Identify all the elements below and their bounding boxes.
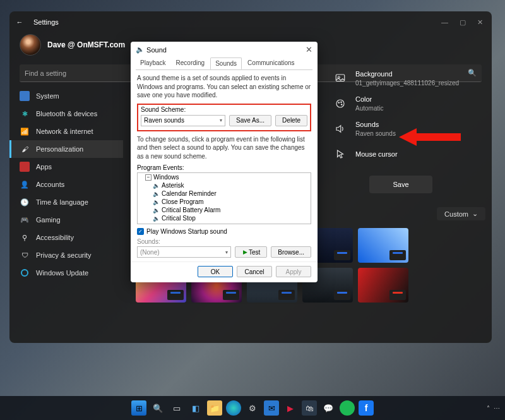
back-icon[interactable]: ←: [15, 18, 25, 26]
sidebar-item-apps[interactable]: Apps: [9, 158, 123, 176]
startup-sound-checkbox[interactable]: ✓Play Windows Startup sound: [137, 228, 311, 235]
apply-button[interactable]: Apply: [276, 266, 311, 277]
update-icon: [20, 268, 30, 278]
gaming-icon: 🎮: [20, 215, 30, 225]
test-button[interactable]: ▶Test: [235, 246, 267, 258]
widgets-icon[interactable]: ◧: [188, 400, 203, 416]
theme-card[interactable]: [358, 268, 408, 303]
events-list[interactable]: −Windows 🔈Asterisk 🔈Calendar Reminder 🔈C…: [137, 172, 311, 224]
explorer-icon[interactable]: 📁: [207, 400, 222, 416]
save-button[interactable]: Save: [369, 176, 432, 193]
brush-icon: 🖌: [20, 144, 30, 154]
clock-icon: 🕒: [20, 197, 30, 207]
sidebar-item-personalization[interactable]: 🖌Personalization: [9, 140, 123, 158]
scheme-section: Sound Scheme: Raven sounds▾ Save As... D…: [137, 104, 311, 131]
sidebar-item-bluetooth[interactable]: ✱Bluetooth & devices: [9, 105, 123, 123]
play-icon: ▶: [243, 249, 247, 255]
ok-button[interactable]: OK: [198, 266, 233, 277]
browse-button[interactable]: Browse...: [271, 246, 311, 258]
chat-icon[interactable]: 💬: [321, 400, 336, 416]
close-button[interactable]: ✕: [477, 18, 483, 27]
dialog-tabs: Playback Recording Sounds Communications: [131, 57, 318, 69]
scheme-label: Sound Scheme:: [141, 106, 307, 113]
tab-playback[interactable]: Playback: [136, 57, 170, 69]
store-icon[interactable]: 🛍: [302, 400, 317, 416]
scheme-combo[interactable]: Raven sounds▾: [141, 115, 225, 126]
chevron-down-icon: ▾: [225, 249, 228, 255]
sounds-combo[interactable]: (None)▾: [137, 246, 231, 258]
theme-corner: [389, 290, 406, 300]
svg-point-5: [342, 104, 343, 105]
speaker-icon: [331, 120, 349, 138]
wifi-icon: 📶: [20, 126, 30, 136]
accessibility-icon: ⚲: [20, 232, 30, 243]
bluetooth-icon: ✱: [20, 109, 30, 119]
sidebar: System ✱Bluetooth & devices 📶Network & i…: [9, 87, 123, 282]
theme-corner: [334, 290, 350, 300]
cancel-button[interactable]: Cancel: [237, 266, 272, 277]
opt-background[interactable]: Background01_gettyimages_488111026_resiz…: [331, 66, 485, 91]
settings-taskbar-icon[interactable]: ⚙: [245, 400, 260, 416]
sidebar-item-time[interactable]: 🕒Time & language: [9, 193, 123, 211]
play-taskbar-icon[interactable]: ▶: [283, 400, 298, 416]
palette-icon: [331, 95, 349, 112]
sidebar-item-system[interactable]: System: [9, 87, 123, 105]
sidebar-item-accessibility[interactable]: ⚲Accessibility: [9, 229, 123, 246]
dialog-title: Sound: [146, 46, 167, 54]
theme-corner: [389, 250, 406, 260]
events-label: Program Events:: [137, 164, 311, 171]
shield-icon: 🛡: [20, 250, 30, 260]
apps-icon: [20, 162, 30, 172]
save-as-button[interactable]: Save As...: [229, 115, 271, 126]
facebook-icon[interactable]: f: [359, 400, 374, 416]
system-icon: [20, 91, 30, 101]
chevron-up-icon[interactable]: ˄: [487, 405, 490, 412]
taskview-icon[interactable]: ▭: [169, 400, 184, 416]
dialog-close-button[interactable]: ✕: [306, 45, 312, 54]
intro-text: A sound theme is a set of sounds applied…: [137, 74, 311, 100]
sidebar-item-privacy[interactable]: 🛡Privacy & security: [9, 246, 123, 264]
person-icon: 👤: [20, 179, 30, 189]
title-bar: ← Settings — ▢ ✕: [9, 11, 492, 33]
svg-point-3: [338, 102, 340, 104]
sidebar-item-network[interactable]: 📶Network & internet: [9, 123, 123, 140]
picture-icon: [331, 69, 349, 87]
sidebar-item-accounts[interactable]: 👤Accounts: [9, 176, 123, 193]
theme-corner: [334, 250, 350, 260]
account-name: Dave @ OnMSFT.com: [47, 40, 125, 49]
tab-communications[interactable]: Communications: [243, 57, 299, 69]
edge-icon[interactable]: [226, 400, 241, 416]
tab-sounds[interactable]: Sounds: [210, 57, 242, 69]
opt-color[interactable]: ColorAutomatic: [331, 91, 485, 116]
svg-point-2: [336, 100, 344, 107]
avatar: [20, 34, 41, 56]
instr-text: To change sounds, click a program event …: [137, 135, 311, 161]
sidebar-item-update[interactable]: Windows Update: [9, 264, 123, 282]
system-tray[interactable]: ˄⋯: [487, 405, 500, 412]
arrow-annotation: [399, 126, 462, 148]
chevron-down-icon: ⌄: [472, 210, 478, 218]
search-taskbar-icon[interactable]: 🔍: [150, 400, 165, 416]
sounds-label: Sounds:: [137, 238, 311, 245]
checkbox-checked-icon: ✓: [137, 228, 144, 235]
window-title: Settings: [33, 18, 441, 26]
sound-dialog: 🔈 Sound✕ Playback Recording Sounds Commu…: [131, 42, 318, 282]
minimize-button[interactable]: —: [441, 18, 448, 27]
search-placeholder: Find a setting: [25, 69, 66, 77]
mail-icon[interactable]: ✉: [264, 400, 279, 416]
taskbar: ⊞ 🔍 ▭ ◧ 📁 ⚙ ✉ ▶ 🛍 💬 f ˄⋯: [0, 396, 505, 420]
maximize-button[interactable]: ▢: [460, 18, 466, 27]
chevron-down-icon: ▾: [220, 117, 222, 123]
theme-corner: [167, 290, 184, 300]
speaker-mini-icon: 🔈: [136, 45, 145, 54]
delete-button[interactable]: Delete: [275, 115, 307, 126]
tab-recording[interactable]: Recording: [172, 57, 210, 69]
sidebar-item-gaming[interactable]: 🎮Gaming: [9, 211, 123, 229]
custom-dropdown[interactable]: Custom⌄: [437, 207, 485, 220]
svg-point-4: [341, 102, 342, 103]
theme-card[interactable]: [358, 228, 408, 263]
spotify-icon[interactable]: [340, 400, 355, 416]
start-button[interactable]: ⊞: [131, 400, 146, 416]
theme-corner: [278, 290, 295, 300]
svg-marker-6: [399, 128, 461, 146]
